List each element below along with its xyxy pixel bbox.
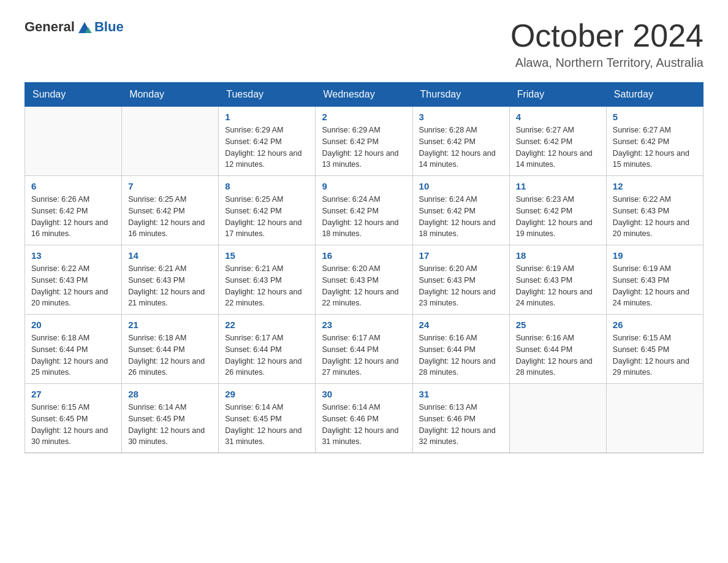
calendar-cell: 16Sunrise: 6:20 AM Sunset: 6:43 PM Dayli… [316,245,412,315]
calendar-cell: 2Sunrise: 6:29 AM Sunset: 6:42 PM Daylig… [316,107,412,176]
day-number: 2 [322,112,406,122]
day-info: Sunrise: 6:27 AM Sunset: 6:42 PM Dayligh… [516,124,600,170]
day-info: Sunrise: 6:28 AM Sunset: 6:42 PM Dayligh… [419,124,503,170]
calendar-cell: 30Sunrise: 6:14 AM Sunset: 6:46 PM Dayli… [316,384,412,453]
calendar-cell: 19Sunrise: 6:19 AM Sunset: 6:43 PM Dayli… [606,245,703,315]
day-info: Sunrise: 6:20 AM Sunset: 6:43 PM Dayligh… [419,263,503,309]
day-number: 24 [419,320,503,330]
calendar-cell: 28Sunrise: 6:14 AM Sunset: 6:45 PM Dayli… [122,384,219,453]
location-text: Alawa, Northern Territory, Australia [510,56,703,70]
weekday-header-friday: Friday [509,83,606,107]
calendar-cell: 15Sunrise: 6:21 AM Sunset: 6:43 PM Dayli… [219,245,316,315]
day-info: Sunrise: 6:24 AM Sunset: 6:42 PM Dayligh… [419,194,503,240]
day-info: Sunrise: 6:21 AM Sunset: 6:43 PM Dayligh… [225,263,309,309]
day-number: 15 [225,250,309,261]
calendar-week-row: 13Sunrise: 6:22 AM Sunset: 6:43 PM Dayli… [25,245,703,315]
calendar-cell: 21Sunrise: 6:18 AM Sunset: 6:44 PM Dayli… [122,315,219,384]
calendar-cell: 7Sunrise: 6:25 AM Sunset: 6:42 PM Daylig… [122,176,219,245]
day-info: Sunrise: 6:15 AM Sunset: 6:45 PM Dayligh… [31,402,115,448]
logo-general-text: General [25,19,75,35]
day-number: 25 [516,320,600,330]
day-number: 14 [128,250,212,261]
day-info: Sunrise: 6:18 AM Sunset: 6:44 PM Dayligh… [31,332,115,378]
calendar-cell: 24Sunrise: 6:16 AM Sunset: 6:44 PM Dayli… [412,315,509,384]
day-number: 17 [419,250,503,261]
page-header: General Blue October 2024 Alawa, Norther… [25,18,703,70]
day-info: Sunrise: 6:14 AM Sunset: 6:45 PM Dayligh… [128,402,212,448]
calendar-week-row: 6Sunrise: 6:26 AM Sunset: 6:42 PM Daylig… [25,176,703,245]
calendar-cell: 29Sunrise: 6:14 AM Sunset: 6:45 PM Dayli… [219,384,316,453]
day-info: Sunrise: 6:26 AM Sunset: 6:42 PM Dayligh… [31,194,115,240]
calendar-cell: 20Sunrise: 6:18 AM Sunset: 6:44 PM Dayli… [25,315,122,384]
day-number: 11 [516,181,600,191]
day-number: 7 [128,181,212,191]
day-number: 27 [31,389,115,399]
day-number: 3 [419,112,503,122]
day-info: Sunrise: 6:13 AM Sunset: 6:46 PM Dayligh… [419,402,503,448]
day-number: 30 [322,389,406,399]
calendar-cell [606,384,703,453]
day-number: 5 [613,112,697,122]
day-number: 12 [613,181,697,191]
calendar-cell: 25Sunrise: 6:16 AM Sunset: 6:44 PM Dayli… [509,315,606,384]
calendar-cell: 13Sunrise: 6:22 AM Sunset: 6:43 PM Dayli… [25,245,122,315]
day-info: Sunrise: 6:22 AM Sunset: 6:43 PM Dayligh… [31,263,115,309]
day-number: 29 [225,389,309,399]
day-info: Sunrise: 6:14 AM Sunset: 6:46 PM Dayligh… [322,402,406,448]
day-number: 19 [613,250,697,261]
day-info: Sunrise: 6:20 AM Sunset: 6:43 PM Dayligh… [322,263,406,309]
day-number: 13 [31,250,115,261]
day-number: 28 [128,389,212,399]
calendar-cell: 22Sunrise: 6:17 AM Sunset: 6:44 PM Dayli… [219,315,316,384]
day-info: Sunrise: 6:18 AM Sunset: 6:44 PM Dayligh… [128,332,212,378]
weekday-header-row: SundayMondayTuesdayWednesdayThursdayFrid… [25,83,703,107]
day-info: Sunrise: 6:24 AM Sunset: 6:42 PM Dayligh… [322,194,406,240]
weekday-header-sunday: Sunday [25,83,122,107]
calendar-week-row: 27Sunrise: 6:15 AM Sunset: 6:45 PM Dayli… [25,384,703,453]
calendar-cell: 31Sunrise: 6:13 AM Sunset: 6:46 PM Dayli… [412,384,509,453]
day-info: Sunrise: 6:27 AM Sunset: 6:42 PM Dayligh… [613,124,697,170]
logo: General Blue [25,18,124,36]
day-number: 31 [419,389,503,399]
day-number: 18 [516,250,600,261]
calendar-cell: 1Sunrise: 6:29 AM Sunset: 6:42 PM Daylig… [219,107,316,176]
calendar-cell: 23Sunrise: 6:17 AM Sunset: 6:44 PM Dayli… [316,315,412,384]
calendar-cell: 14Sunrise: 6:21 AM Sunset: 6:43 PM Dayli… [122,245,219,315]
day-info: Sunrise: 6:16 AM Sunset: 6:44 PM Dayligh… [419,332,503,378]
day-info: Sunrise: 6:23 AM Sunset: 6:42 PM Dayligh… [516,194,600,240]
day-info: Sunrise: 6:29 AM Sunset: 6:42 PM Dayligh… [225,124,309,170]
day-number: 26 [613,320,697,330]
calendar-cell: 18Sunrise: 6:19 AM Sunset: 6:43 PM Dayli… [509,245,606,315]
day-info: Sunrise: 6:19 AM Sunset: 6:43 PM Dayligh… [516,263,600,309]
day-number: 22 [225,320,309,330]
weekday-header-monday: Monday [122,83,219,107]
day-number: 6 [31,181,115,191]
day-info: Sunrise: 6:17 AM Sunset: 6:44 PM Dayligh… [225,332,309,378]
day-info: Sunrise: 6:25 AM Sunset: 6:42 PM Dayligh… [225,194,309,240]
calendar-week-row: 1Sunrise: 6:29 AM Sunset: 6:42 PM Daylig… [25,107,703,176]
day-number: 20 [31,320,115,330]
day-number: 10 [419,181,503,191]
day-number: 1 [225,112,309,122]
day-number: 9 [322,181,406,191]
calendar-cell: 9Sunrise: 6:24 AM Sunset: 6:42 PM Daylig… [316,176,412,245]
calendar-cell: 27Sunrise: 6:15 AM Sunset: 6:45 PM Dayli… [25,384,122,453]
calendar-cell: 10Sunrise: 6:24 AM Sunset: 6:42 PM Dayli… [412,176,509,245]
day-number: 16 [322,250,406,261]
day-info: Sunrise: 6:22 AM Sunset: 6:43 PM Dayligh… [613,194,697,240]
calendar-week-row: 20Sunrise: 6:18 AM Sunset: 6:44 PM Dayli… [25,315,703,384]
day-info: Sunrise: 6:17 AM Sunset: 6:44 PM Dayligh… [322,332,406,378]
calendar-cell [122,107,219,176]
calendar-cell [509,384,606,453]
day-number: 23 [322,320,406,330]
calendar-cell: 17Sunrise: 6:20 AM Sunset: 6:43 PM Dayli… [412,245,509,315]
month-title: October 2024 [510,18,703,53]
calendar-table: SundayMondayTuesdayWednesdayThursdayFrid… [25,82,703,453]
day-info: Sunrise: 6:19 AM Sunset: 6:43 PM Dayligh… [613,263,697,309]
day-info: Sunrise: 6:16 AM Sunset: 6:44 PM Dayligh… [516,332,600,378]
calendar-cell: 5Sunrise: 6:27 AM Sunset: 6:42 PM Daylig… [606,107,703,176]
title-block: October 2024 Alawa, Northern Territory, … [510,18,703,70]
day-number: 8 [225,181,309,191]
calendar-cell: 4Sunrise: 6:27 AM Sunset: 6:42 PM Daylig… [509,107,606,176]
weekday-header-saturday: Saturday [606,83,703,107]
